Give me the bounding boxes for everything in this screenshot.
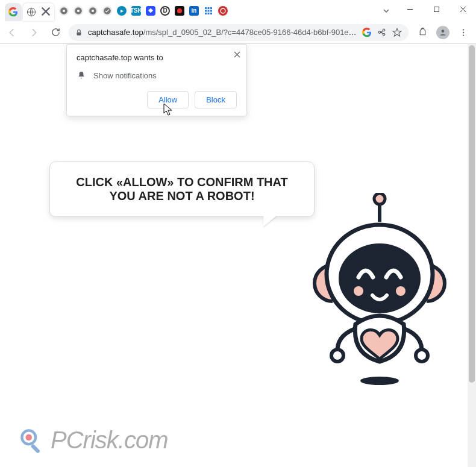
- close-button[interactable]: [449, 0, 476, 18]
- svg-point-38: [26, 434, 33, 440]
- pinned-tab-icon[interactable]: [88, 6, 98, 16]
- svg-point-32: [354, 286, 363, 296]
- magnifier-icon: [19, 428, 45, 453]
- svg-rect-13: [210, 10, 212, 11]
- maximize-button[interactable]: [423, 0, 449, 18]
- robot-illustration: [301, 193, 458, 392]
- svg-rect-10: [210, 7, 212, 9]
- vertical-scrollbar[interactable]: [468, 44, 476, 467]
- svg-point-21: [383, 33, 385, 36]
- svg-rect-16: [210, 13, 212, 14]
- tab-google[interactable]: [5, 3, 22, 21]
- svg-point-34: [331, 349, 343, 362]
- tab-strip: [0, 0, 55, 21]
- globe-icon: [27, 7, 36, 17]
- svg-rect-9: [208, 7, 210, 9]
- back-button[interactable]: [4, 24, 20, 41]
- svg-point-25: [463, 29, 464, 30]
- pinned-tab-icon[interactable]: [175, 6, 184, 16]
- menu-icon[interactable]: [458, 27, 469, 38]
- svg-point-36: [360, 377, 399, 385]
- tab-close-icon[interactable]: [41, 7, 51, 18]
- lock-icon: [75, 28, 83, 37]
- address-bar[interactable]: captchasafe.top/ms/spl_d_0905_02_B/?c=44…: [69, 24, 409, 41]
- svg-rect-14: [205, 13, 207, 14]
- svg-rect-11: [205, 10, 207, 11]
- pinned-tabs: ▸ TSK D in: [55, 0, 376, 21]
- titlebar: ▸ TSK D in: [0, 0, 476, 21]
- notification-permission-dialog: captchasafe.top wants to Show notificati…: [66, 44, 247, 116]
- pinned-tab-icon[interactable]: TSK: [131, 6, 141, 16]
- watermark-text: PCrisk.com: [51, 427, 168, 454]
- pinned-tab-icon[interactable]: ▸: [117, 6, 127, 16]
- svg-point-24: [442, 30, 445, 33]
- permission-request-text: Show notifications: [93, 71, 157, 80]
- pinned-tab-icon[interactable]: [74, 6, 83, 16]
- svg-point-27: [463, 34, 464, 36]
- share-icon[interactable]: [377, 27, 387, 37]
- tabs-dropdown[interactable]: [376, 0, 396, 21]
- extensions-icon[interactable]: [417, 27, 428, 38]
- svg-point-33: [396, 286, 406, 296]
- svg-point-26: [463, 31, 464, 33]
- pinned-tab-icon[interactable]: [146, 6, 155, 16]
- pinned-tab-icon[interactable]: [218, 6, 228, 16]
- browser-toolbar: captchasafe.top/ms/spl_d_0905_02_B/?c=44…: [0, 21, 476, 44]
- chevron-down-icon: [383, 7, 390, 14]
- svg-point-6: [92, 9, 94, 11]
- bookmark-star-icon[interactable]: [392, 27, 402, 38]
- google-search-icon[interactable]: [362, 28, 372, 37]
- permission-origin-text: captchasafe.top wants to: [77, 53, 237, 62]
- minimize-button[interactable]: [396, 0, 423, 18]
- allow-button[interactable]: Allow: [147, 91, 189, 108]
- tab-active[interactable]: [23, 3, 54, 21]
- svg-rect-8: [205, 7, 207, 9]
- block-button[interactable]: Block: [195, 91, 237, 108]
- svg-rect-18: [434, 7, 439, 11]
- svg-point-20: [383, 29, 385, 31]
- pinned-tab-icon[interactable]: [204, 6, 213, 16]
- instruction-text: CLICK «ALLOW» TO CONFIRM THAT YOU ARE NO…: [76, 175, 287, 202]
- instruction-bubble: CLICK «ALLOW» TO CONFIRM THAT YOU ARE NO…: [49, 161, 315, 217]
- dialog-close-icon[interactable]: [234, 51, 240, 59]
- svg-point-31: [339, 243, 421, 313]
- google-icon: [8, 7, 18, 17]
- pinned-tab-icon[interactable]: in: [189, 6, 199, 16]
- forward-button[interactable]: [25, 24, 42, 41]
- toolbar-actions: [413, 26, 472, 39]
- bell-icon: [77, 71, 86, 80]
- svg-point-29: [374, 193, 385, 204]
- window-controls: [396, 0, 476, 21]
- profile-avatar[interactable]: [436, 26, 449, 39]
- permission-buttons: Allow Block: [77, 91, 237, 108]
- svg-point-22: [378, 31, 381, 34]
- pinned-tab-icon[interactable]: [102, 6, 112, 16]
- svg-rect-12: [208, 10, 210, 11]
- svg-rect-19: [77, 32, 81, 35]
- scrollbar-thumb[interactable]: [469, 45, 475, 383]
- svg-rect-15: [208, 13, 210, 14]
- svg-point-35: [416, 349, 428, 362]
- svg-point-4: [77, 9, 80, 11]
- watermark: PCrisk.com: [19, 427, 168, 454]
- permission-request-row: Show notifications: [77, 71, 237, 80]
- reload-button[interactable]: [47, 24, 64, 41]
- url-text: captchasafe.top/ms/spl_d_0905_02_B/?c=44…: [88, 28, 357, 37]
- svg-point-23: [422, 28, 424, 30]
- svg-point-17: [221, 8, 225, 13]
- svg-rect-39: [30, 443, 40, 453]
- svg-point-2: [63, 9, 65, 11]
- pinned-tab-icon[interactable]: D: [160, 6, 170, 16]
- pinned-tab-icon[interactable]: [59, 6, 69, 16]
